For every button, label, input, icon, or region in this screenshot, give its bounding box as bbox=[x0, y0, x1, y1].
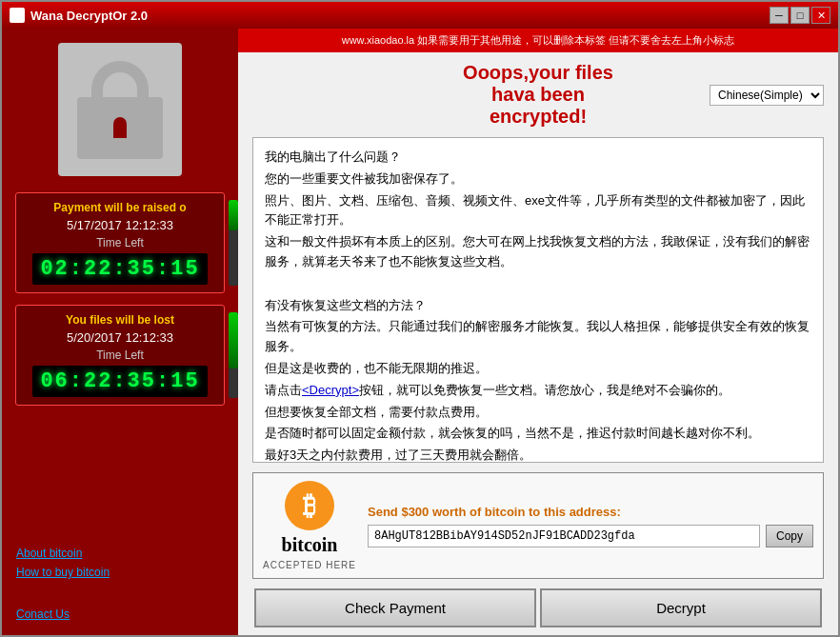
bitcoin-send-text: Send $300 worth of bitcoin to this addre… bbox=[368, 505, 813, 519]
timer2-progress-bar bbox=[229, 312, 238, 398]
timer2-date: 5/20/2017 12:12:33 bbox=[26, 330, 214, 345]
how-to-buy-link[interactable]: How to buy bitcoin bbox=[16, 566, 110, 579]
timer1-progress-fill bbox=[229, 200, 238, 230]
timer2-box: You files will be lost 5/20/2017 12:12:3… bbox=[15, 305, 225, 406]
check-payment-button[interactable]: Check Payment bbox=[254, 588, 536, 627]
top-bar: www.xiaodao.la 如果需要用于其他用途，可以删除本标签 但请不要舍去… bbox=[238, 29, 838, 52]
body-text-paragraph: 照片、图片、文档、压缩包、音频、视频文件、exe文件等，几乎所有类型的文件都被加… bbox=[265, 191, 811, 231]
body-text-paragraph: 但想要恢复全部文档，需要付款点费用。 bbox=[265, 403, 811, 423]
bitcoin-section: ₿ bitcoin ACCEPTED HERE Send $300 worth … bbox=[252, 472, 824, 579]
padlock-container bbox=[58, 43, 182, 176]
body-text-paragraph: 当然有可恢复的方法。只能通过我们的解密服务才能恢复。我以人格担保，能够提供安全有… bbox=[265, 317, 811, 357]
decrypt-button[interactable]: Decrypt bbox=[540, 588, 822, 627]
window-title: Wana DecryptOr 2.0 bbox=[30, 9, 148, 23]
timer2-display: 06:22:35:15 bbox=[32, 366, 207, 397]
body-text-paragraph: 请点击<Decrypt>按钮，就可以免费恢复一些文档。请您放心，我是绝对不会骗你… bbox=[265, 381, 811, 401]
body-text-paragraph: 是否随时都可以固定金额付款，就会恢复的吗，当然不是，推迟付款时间越长越对你不利。 bbox=[265, 424, 811, 444]
body-text-area[interactable]: 我的电脑出了什么问题？您的一些重要文件被我加密保存了。照片、图片、文档、压缩包、… bbox=[252, 137, 824, 463]
timer1-warning: Payment will be raised o bbox=[26, 201, 214, 214]
close-button[interactable]: ✕ bbox=[811, 7, 830, 24]
timer2-wrapper: You files will be lost 5/20/2017 12:12:3… bbox=[15, 305, 225, 406]
padlock-icon bbox=[77, 61, 163, 159]
language-select[interactable]: Chinese(Simple)EnglishDeutschFrançaisEsp… bbox=[710, 85, 824, 106]
window-controls: ─ □ ✕ bbox=[770, 7, 830, 24]
body-text-paragraph: 最好3天之内付款费用，过了三天费用就会翻倍。 bbox=[265, 446, 811, 463]
left-panel: Payment will be raised o 5/17/2017 12:12… bbox=[2, 29, 238, 635]
timer2-progress-fill bbox=[229, 312, 238, 368]
bitcoin-icon: ₿ bbox=[285, 481, 334, 530]
body-text-paragraph: 您的一些重要文件被我加密保存了。 bbox=[265, 169, 811, 189]
timer2-warning: You files will be lost bbox=[26, 313, 214, 327]
body-text-paragraph: 但是这是收费的，也不能无限期的推迟。 bbox=[265, 359, 811, 379]
bottom-buttons: Check Payment Decrypt bbox=[252, 588, 824, 627]
app-icon bbox=[10, 8, 25, 23]
title-bar-content: Wana DecryptOr 2.0 bbox=[10, 8, 148, 23]
bitcoin-logo: ₿ bitcoin ACCEPTED HERE bbox=[263, 481, 356, 570]
padlock-body bbox=[77, 97, 163, 159]
bitcoin-address-row: Copy bbox=[368, 525, 813, 547]
timer2-label: Time Left bbox=[26, 348, 214, 362]
right-panel: www.xiaodao.la 如果需要用于其他用途，可以删除本标签 但请不要舍去… bbox=[238, 29, 838, 635]
timer1-wrapper: Payment will be raised o 5/17/2017 12:12… bbox=[15, 192, 225, 293]
top-bar-text: www.xiaodao.la 如果需要用于其他用途，可以删除本标签 但请不要舍去… bbox=[342, 33, 735, 48]
body-text-paragraph: 有没有恢复这些文档的方法？ bbox=[265, 296, 811, 316]
main-heading: Ooops,your files hava been encrypted! bbox=[443, 62, 633, 128]
padlock-keyhole bbox=[113, 117, 127, 138]
timer1-box: Payment will be raised o 5/17/2017 12:12… bbox=[15, 192, 225, 293]
about-bitcoin-link[interactable]: About bitcoin bbox=[16, 547, 110, 560]
body-text-paragraph: 这和一般文件损坏有本质上的区别。您大可在网上找我恢复文档的方法，我敢保证，没有我… bbox=[265, 232, 811, 272]
bitcoin-name: bitcoin bbox=[282, 534, 338, 556]
maximize-button[interactable]: □ bbox=[790, 7, 810, 24]
heading-bar: Ooops,your files hava been encrypted! Ch… bbox=[238, 52, 838, 132]
timer1-display: 02:22:35:15 bbox=[32, 253, 207, 285]
timer1-label: Time Left bbox=[26, 236, 214, 249]
timer1-progress-bar bbox=[229, 200, 238, 286]
body-text-paragraph: 我的电脑出了什么问题？ bbox=[265, 148, 811, 168]
timer1-date: 5/17/2017 12:12:33 bbox=[26, 218, 214, 232]
content-area: Payment will be raised o 5/17/2017 12:12… bbox=[2, 29, 838, 635]
body-text-content: 我的电脑出了什么问题？您的一些重要文件被我加密保存了。照片、图片、文档、压缩包、… bbox=[265, 148, 811, 463]
contact-link[interactable]: Conact Us bbox=[16, 607, 110, 621]
copy-button[interactable]: Copy bbox=[766, 525, 813, 547]
body-text-paragraph bbox=[265, 274, 811, 294]
left-links: About bitcoin How to buy bitcoin Conact … bbox=[11, 547, 110, 621]
main-window: Wana DecryptOr 2.0 ─ □ ✕ Pa bbox=[0, 0, 840, 637]
title-bar: Wana DecryptOr 2.0 ─ □ ✕ bbox=[2, 2, 838, 29]
bitcoin-symbol: ₿ bbox=[303, 490, 316, 522]
bitcoin-right-section: Send $300 worth of bitcoin to this addre… bbox=[368, 505, 813, 547]
bitcoin-address-input[interactable] bbox=[368, 525, 760, 547]
bitcoin-tagline: ACCEPTED HERE bbox=[263, 560, 356, 570]
padlock-shackle bbox=[91, 61, 149, 99]
minimize-button[interactable]: ─ bbox=[770, 7, 789, 24]
